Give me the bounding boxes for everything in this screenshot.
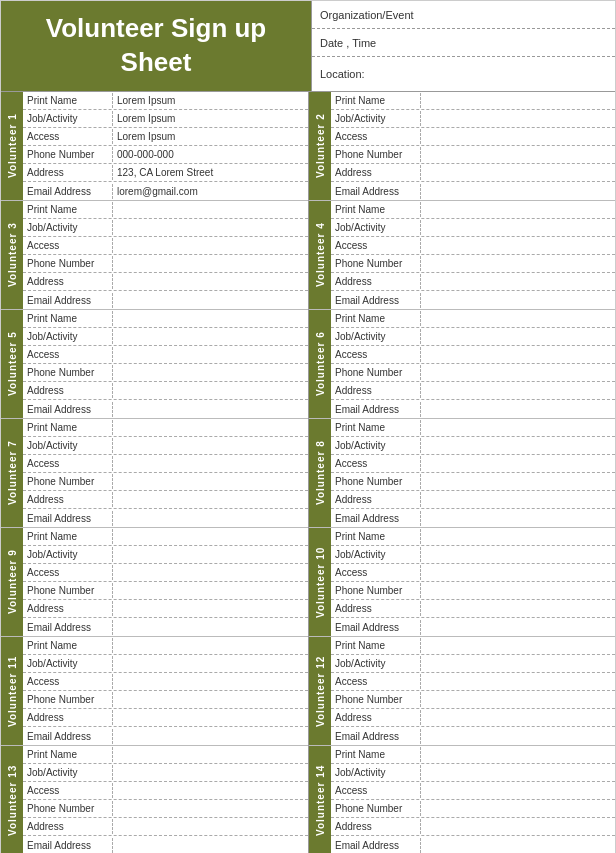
field-row: Job/Activity: [23, 437, 308, 455]
field-label: Access: [331, 347, 421, 362]
field-value: [113, 516, 308, 520]
field-row: Print Name: [23, 419, 308, 437]
field-label: Access: [23, 456, 113, 471]
field-row: Print Name: [23, 528, 308, 546]
volunteer-fields: Print NameJob/ActivityAccessPhone Number…: [331, 746, 615, 853]
field-label: Phone Number: [23, 147, 113, 162]
field-label: Email Address: [331, 402, 421, 417]
field-row: Phone Number: [23, 364, 308, 382]
field-row: Print Name: [23, 746, 308, 764]
field-value: [421, 444, 615, 448]
field-label: Print Name: [23, 529, 113, 544]
field-row: Access: [331, 782, 615, 800]
field-row: Access: [23, 346, 308, 364]
field-value: [113, 462, 308, 466]
field-label: Phone Number: [23, 692, 113, 707]
field-label: Address: [331, 601, 421, 616]
field-row: Access: [23, 673, 308, 691]
field-label: Email Address: [331, 511, 421, 526]
field-row: Job/Activity: [331, 219, 615, 237]
volunteer-fields: Print NameJob/ActivityAccessPhone Number…: [331, 310, 615, 418]
field-row: Address: [331, 273, 615, 291]
field-value: [421, 426, 615, 430]
volunteer-fields: Print NameJob/ActivityAccessPhone Number…: [23, 419, 308, 527]
field-label: Job/Activity: [331, 656, 421, 671]
field-value: [421, 317, 615, 321]
field-label: Print Name: [23, 311, 113, 326]
field-value: [421, 516, 615, 520]
field-label: Email Address: [23, 620, 113, 635]
field-label: Address: [331, 710, 421, 725]
field-label: Access: [331, 783, 421, 798]
field-row: Print Name: [331, 746, 615, 764]
field-row: Access: [331, 455, 615, 473]
field-label: Email Address: [331, 184, 421, 199]
field-value: [113, 280, 308, 284]
field-label: Address: [23, 492, 113, 507]
field-label: Phone Number: [331, 583, 421, 598]
field-row: Address: [331, 818, 615, 836]
field-value: [421, 807, 615, 811]
field-row: AccessLorem Ipsum: [23, 128, 308, 146]
field-value: [113, 335, 308, 339]
field-value: [421, 462, 615, 466]
volunteer-label: Volunteer 12: [309, 637, 331, 745]
field-row: Print Name: [23, 637, 308, 655]
field-label: Job/Activity: [331, 111, 421, 126]
field-value: [421, 825, 615, 829]
field-row: Phone Number: [331, 582, 615, 600]
field-row: Job/Activity: [23, 219, 308, 237]
field-label: Print Name: [23, 747, 113, 762]
field-value: [421, 226, 615, 230]
volunteer-block: Volunteer 3Print NameJob/ActivityAccessP…: [1, 201, 308, 310]
field-row: Phone Number: [23, 691, 308, 709]
field-row: Access: [331, 128, 615, 146]
header: Volunteer Sign up Sheet Organization/Eve…: [1, 1, 615, 92]
field-value: [421, 171, 615, 175]
field-value: [421, 698, 615, 702]
field-value: [421, 843, 615, 847]
field-row: Job/Activity: [331, 110, 615, 128]
volunteer-block: Volunteer 6Print NameJob/ActivityAccessP…: [309, 310, 615, 419]
field-label: Address: [331, 492, 421, 507]
field-value: [421, 298, 615, 302]
field-label: Address: [23, 165, 113, 180]
field-label: Access: [23, 565, 113, 580]
volunteer-fields: Print NameJob/ActivityAccessPhone Number…: [331, 528, 615, 636]
volunteer-label: Volunteer 9: [1, 528, 23, 636]
field-label: Print Name: [23, 202, 113, 217]
field-label: Email Address: [23, 402, 113, 417]
field-row: Access: [23, 455, 308, 473]
field-row: Address: [23, 709, 308, 727]
volunteer-fields: Print NameJob/ActivityAccessPhone Number…: [23, 528, 308, 636]
field-row: Print Name: [331, 310, 615, 328]
volunteer-label: Volunteer 3: [1, 201, 23, 309]
field-label: Email Address: [23, 293, 113, 308]
field-row: Phone Number: [331, 800, 615, 818]
field-value: [113, 807, 308, 811]
field-row: Email Address: [331, 400, 615, 418]
field-value: [113, 444, 308, 448]
field-label: Address: [331, 165, 421, 180]
field-row: Phone Number: [23, 582, 308, 600]
field-label: Job/Activity: [331, 547, 421, 562]
field-label: Job/Activity: [331, 220, 421, 235]
field-value: [113, 208, 308, 212]
field-value: [421, 244, 615, 248]
field-label: Phone Number: [23, 365, 113, 380]
field-row: Phone Number: [331, 691, 615, 709]
field-label: Print Name: [23, 638, 113, 653]
volunteer-block: Volunteer 7Print NameJob/ActivityAccessP…: [1, 419, 308, 528]
field-row: Phone Number: [23, 800, 308, 818]
field-row: Email Address: [23, 509, 308, 527]
field-row: Phone Number: [23, 473, 308, 491]
field-label: Phone Number: [23, 801, 113, 816]
field-row: Job/Activity: [23, 546, 308, 564]
field-row: Access: [331, 237, 615, 255]
field-value: [113, 843, 308, 847]
volunteer-fields: Print NameJob/ActivityAccessPhone Number…: [23, 746, 308, 853]
field-row: Email Address: [23, 727, 308, 745]
volunteer-label: Volunteer 14: [309, 746, 331, 853]
field-label: Email Address: [331, 838, 421, 853]
volunteer-label: Volunteer 7: [1, 419, 23, 527]
